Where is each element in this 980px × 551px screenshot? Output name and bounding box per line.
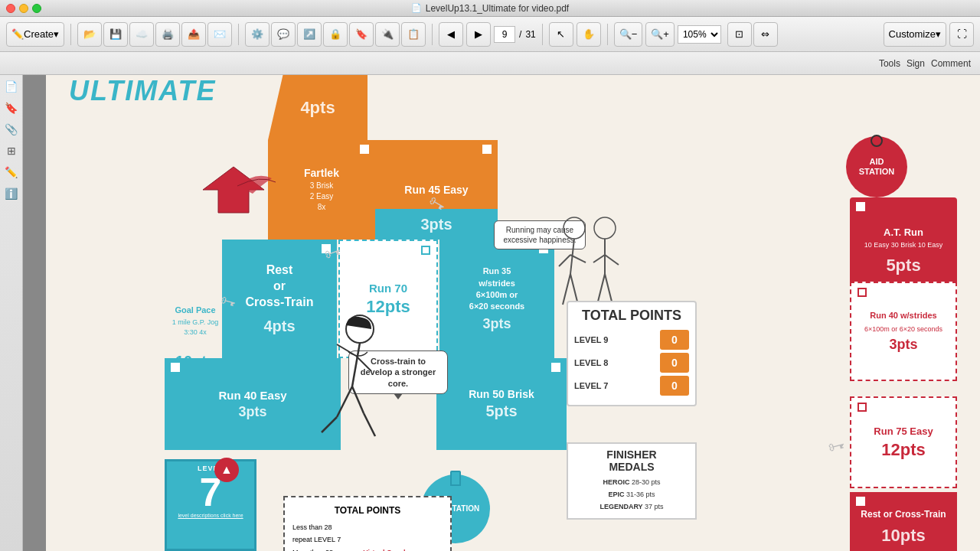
pointer-tool[interactable]: ↖ [549, 22, 573, 47]
virtual-coach-link[interactable]: Virtual Coach [364, 549, 408, 551]
protect-button[interactable]: 🔒 [323, 22, 348, 47]
fullscreen-button[interactable]: ⛶ [949, 22, 974, 47]
comment-link[interactable]: Comment [931, 58, 971, 69]
save-button[interactable]: 💾 [103, 22, 128, 47]
pdf-page: ULTIMATE 9 4pts Fartlek 3 Brisk 2 Easy 8… [46, 75, 980, 551]
next-page-button[interactable]: ▶ [466, 22, 491, 47]
svg-line-4 [337, 386, 352, 417]
run40easy-checkbox[interactable] [171, 363, 180, 372]
run75-checkbox[interactable] [858, 403, 867, 412]
maximize-button[interactable] [32, 4, 41, 13]
print-button[interactable]: 🖨️ [155, 22, 180, 47]
create-label: Create [24, 28, 54, 40]
open-button[interactable]: 📂 [77, 22, 102, 47]
svg-line-12 [563, 274, 570, 305]
form-button[interactable]: 📋 [401, 22, 426, 47]
rest2-checkbox[interactable] [856, 497, 865, 506]
svg-line-16 [593, 255, 605, 262]
runner-illustration [291, 306, 406, 459]
sign-link[interactable]: Sign [906, 58, 925, 69]
bookmark-button[interactable]: 🔖 [349, 22, 374, 47]
sidebar-icon-attachments[interactable]: 📎 [3, 121, 20, 138]
minimize-button[interactable] [19, 4, 28, 13]
fit-width-button[interactable]: ⇔ [753, 22, 778, 47]
cloud-button[interactable]: ☁️ [129, 22, 154, 47]
export-button[interactable]: 📤 [181, 22, 206, 47]
arrow-button[interactable]: ▲ [214, 458, 239, 482]
rest-cross-label: Rest or Cross-Train [246, 262, 314, 310]
rest-cross2-label: Rest or Cross-Train [861, 509, 946, 521]
sidebar-icon-info[interactable]: ℹ️ [3, 185, 20, 202]
doc-area: ULTIMATE 9 4pts Fartlek 3 Brisk 2 Easy 8… [23, 75, 980, 551]
comment-icon-btn[interactable]: 💬 [271, 22, 296, 47]
level7-num: 7 [170, 472, 251, 512]
customize-chevron: ▾ [936, 28, 941, 40]
run35-label: Run 35 w/strides 6×100m or 6×20 seconds [469, 266, 524, 313]
seg-run35: Run 35 w/strides 6×100m or 6×20 seconds … [439, 240, 554, 358]
seg-fartlek: Fartlek 3 Brisk 2 Easy 8x [268, 140, 375, 240]
heroic-label: HEROIC [603, 478, 629, 486]
sidebar-icon-edit[interactable]: ✏️ [3, 164, 20, 181]
plugin-button[interactable]: 🔌 [375, 22, 400, 47]
tp-see: see your [335, 549, 362, 551]
run40strides-checkbox[interactable] [858, 288, 867, 297]
arrow-wings-illustration [188, 159, 279, 230]
at-run-title: A.T. Run [884, 227, 923, 238]
title-bar: 📄 LevelUp13.1_Ultimate for video.pdf [0, 0, 980, 17]
sidebar-icon-pages[interactable]: 📄 [3, 78, 20, 95]
share-button[interactable]: ↗️ [297, 22, 322, 47]
level9-label: LEVEL 9 [574, 335, 608, 344]
seg-10pts-bottom: 10pts [850, 520, 957, 551]
svg-point-8 [564, 217, 585, 239]
hand-tool[interactable]: ✋ [577, 22, 601, 47]
pts-4-top: 4pts [300, 98, 335, 118]
sidebar-icon-layers[interactable]: ⊞ [3, 142, 20, 159]
close-button[interactable] [6, 4, 15, 13]
run50-label: Run 50 Brisk [469, 388, 534, 400]
create-icon: ✏️ [11, 28, 24, 40]
level9-val: 0 [660, 330, 689, 350]
at-run-pts: 5pts [886, 256, 920, 276]
run45-pts: 3pts [420, 216, 452, 233]
mail-button[interactable]: ✉️ [207, 22, 232, 47]
run40strides-sub: 6×100m or 6×20 seconds [864, 324, 942, 334]
goal-pace-sub: 1 mile G.P. Jog 3:30 4x [165, 318, 226, 337]
tp-row-7: LEVEL 7 0 [574, 376, 689, 396]
customize-button[interactable]: Customize ▾ [884, 22, 946, 47]
run40easy-pts: 3pts [238, 404, 266, 420]
run45-checkbox[interactable] [482, 145, 492, 154]
svg-line-6 [352, 386, 364, 413]
svg-line-13 [570, 274, 578, 305]
tp-title: TOTAL POINTS [574, 308, 689, 324]
fit-page-button[interactable]: ⊡ [727, 22, 752, 47]
settings-button[interactable]: ⚙️ [245, 22, 270, 47]
window-title: LevelUp13.1_Ultimate for video.pdf [426, 3, 569, 14]
at-run-checkbox[interactable] [856, 202, 865, 211]
pts-10-bottom: 10pts [881, 526, 925, 546]
at-run-sub: 10 Easy 30 Brisk 10 Easy [864, 240, 943, 250]
sidebar-icon-bookmarks[interactable]: 🔖 [3, 99, 20, 116]
fartlek-checkbox[interactable] [360, 145, 369, 154]
epic-row: EPIC 31-36 pts [573, 488, 691, 500]
page-total: 31 [525, 29, 535, 40]
traffic-lights [6, 4, 41, 13]
customize-label: Customize [889, 28, 936, 40]
run75-pts: 12pts [881, 440, 925, 460]
level-desc-link[interactable]: level descriptions click here [170, 512, 251, 519]
tp-row-8: LEVEL 8 0 [574, 353, 689, 373]
legendary-label: LEGENDARY [599, 503, 642, 510]
prev-page-button[interactable]: ◀ [439, 22, 463, 47]
level8-val: 0 [660, 353, 689, 373]
zoom-in-button[interactable]: 🔍+ [645, 22, 675, 47]
goal-pace-label: Goal Pace [175, 305, 215, 315]
level7-val: 0 [660, 376, 689, 396]
zoom-out-button[interactable]: 🔍− [614, 22, 643, 47]
tools-link[interactable]: Tools [879, 58, 900, 69]
zoom-select[interactable]: 105% 100% 75% 150% [678, 25, 721, 44]
run70-checkbox[interactable] [421, 246, 430, 255]
workout-board: ULTIMATE 9 4pts Fartlek 3 Brisk 2 Easy 8… [46, 75, 980, 551]
page-input[interactable] [494, 26, 515, 43]
run50-checkbox[interactable] [551, 363, 560, 372]
create-button[interactable]: ✏️ Create ▾ [6, 22, 64, 47]
seg-run50: Run 50 Brisk 5pts [436, 358, 567, 450]
